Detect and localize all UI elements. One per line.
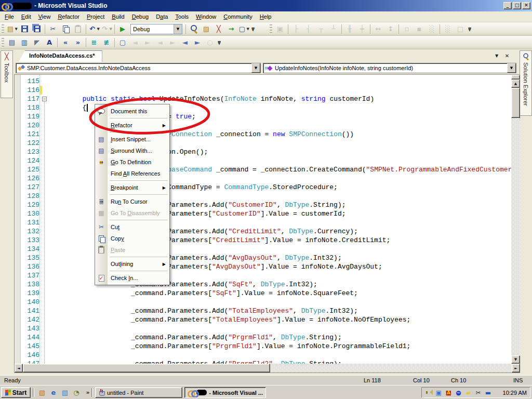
find-in-files-button[interactable] [188, 23, 200, 35]
dialer-icon[interactable]: ●~ [455, 389, 462, 396]
command-window-button[interactable]: ▢▼ [238, 23, 249, 35]
dropdown-arrow-icon[interactable]: ▼ [97, 27, 100, 31]
members-combo-dropdown-button[interactable]: ▼ [507, 63, 516, 73]
menubar-item-data[interactable]: Data [152, 12, 171, 21]
indicator-margin[interactable] [15, 75, 21, 364]
solution-configurations-combo[interactable]: Debug▼ [130, 24, 182, 34]
increase-indent-button[interactable]: » [72, 37, 84, 48]
menubar-item-build[interactable]: Build [108, 12, 128, 21]
vertical-scroll-track[interactable] [511, 88, 520, 355]
dropdown-arrow-icon[interactable]: ▼ [15, 27, 18, 31]
maximize-button[interactable]: □ [513, 2, 521, 9]
types-combo-dropdown-button[interactable]: ▼ [251, 63, 260, 73]
menubar-item-file[interactable]: File [1, 12, 18, 21]
split-handle[interactable] [511, 75, 520, 79]
menubar-item-project[interactable]: Project [83, 12, 108, 21]
horizontal-scrollbar[interactable]: ◄ ► [15, 364, 520, 373]
scroll-up-button[interactable]: ▲ [511, 79, 520, 88]
start-button[interactable]: Start [1, 387, 31, 398]
volume-icon[interactable] [425, 389, 433, 396]
collapse-region-button[interactable]: − [42, 97, 47, 101]
taskbar-button-visual-studio[interactable]: - Microsoft Visual ... [184, 387, 266, 398]
display-object-member-list-button[interactable]: ▤ [6, 37, 18, 48]
antivirus-icon[interactable]: ■A [445, 389, 453, 396]
decrease-indent-button[interactable]: « [60, 37, 71, 48]
clipboard-tool-icon[interactable]: ✂ [474, 389, 482, 396]
close-button[interactable]: ✕ [522, 2, 530, 9]
scroll-left-button[interactable]: ◄ [15, 364, 23, 373]
menu-item-icon-slot: ✂ [95, 223, 108, 231]
previous-bookmark-in-document-button[interactable]: ◄ [179, 37, 191, 48]
types-combo[interactable]: SMP.Customer.DataAccess.InfoNoteDataAcce… [16, 63, 261, 73]
show-desktop-icon[interactable]: ▧ [37, 388, 47, 397]
scroll-right-button[interactable]: ► [512, 364, 520, 373]
toolbox-side-tab[interactable]: ╳ Toolbox [1, 50, 13, 98]
menubar-item-help[interactable]: Help [256, 12, 275, 21]
save-all-button[interactable] [31, 23, 43, 35]
document-list-dropdown-button[interactable]: ▼ [493, 52, 501, 60]
context-menu-item-outlining[interactable]: Outlining▶ [95, 258, 169, 270]
context-menu-item-insert-snippet[interactable]: ▤Insert Snippet... [95, 134, 169, 145]
toolbar-options-button[interactable]: ▬▼ [216, 37, 222, 48]
outlook-express-icon[interactable]: ▧ [60, 388, 70, 397]
comment-selection-button[interactable]: ≡ [88, 37, 100, 48]
toolbox-button[interactable]: ╳ [213, 23, 224, 35]
dropdown-arrow-icon[interactable]: ▼ [247, 27, 249, 31]
horizontal-scroll-thumb[interactable] [23, 364, 270, 373]
context-menu-item-cut[interactable]: ✂Cut [95, 221, 169, 233]
code-editor[interactable]: 115116117 public static bool UpdateInfoN… [15, 75, 511, 364]
notes-icon[interactable]: ▰ [464, 389, 472, 396]
dropdown-arrow-icon[interactable]: ▼ [110, 27, 112, 31]
context-menu-item-refactor[interactable]: Refactor▶ [95, 119, 169, 131]
menubar-item-window[interactable]: Window [192, 12, 220, 21]
scheduler-icon[interactable]: ◔ [72, 388, 81, 397]
display-quick-info-button[interactable]: ◤ [31, 37, 43, 48]
text-editor-toolbar: ▤▥◤A«»≡≢▢◄►◄►◄►○▬▼ [6, 37, 222, 48]
network-icon[interactable]: ▣ [435, 389, 443, 396]
context-menu-item-check-in[interactable]: Check In... [95, 272, 169, 284]
toolbar-grip[interactable] [2, 38, 4, 47]
members-combo[interactable]: UpdateInfoNotes(InfoNote infoNote, strin… [263, 63, 516, 73]
context-menu-item-document-this[interactable]: Document this [95, 105, 169, 117]
menubar-item-edit[interactable]: Edit [18, 12, 35, 21]
next-bookmark-in-document-button[interactable]: ► [192, 37, 203, 48]
toolbar-grip[interactable] [270, 24, 272, 34]
toggle-bookmark-button[interactable]: ▢ [117, 37, 128, 48]
solution-explorer-side-tab[interactable]: Solution Explorer [520, 50, 532, 116]
menubar-item-tools[interactable]: Tools [171, 12, 192, 21]
toolbar-options-button[interactable]: ▬▼ [467, 23, 473, 35]
toolbar-grip[interactable] [2, 24, 4, 34]
taskbar-button-paint[interactable]: untitled - Paint [95, 387, 182, 398]
display-parameter-info-button[interactable]: ▥ [19, 37, 30, 48]
minimize-button[interactable]: _ [503, 2, 512, 9]
vertical-scrollbar[interactable]: ▲ ▼ [511, 75, 520, 364]
display-word-completion-button[interactable]: A [44, 37, 55, 48]
context-menu-item-breakpoint[interactable]: Breakpoint▶ [95, 182, 169, 193]
configuration-dropdown-button[interactable]: ▼ [174, 24, 182, 34]
start-page-button[interactable]: → [225, 23, 237, 35]
document-tab[interactable]: InfoNoteDataAccess.cs* [19, 50, 102, 62]
removable-device-icon[interactable]: ▬ [484, 389, 492, 396]
context-menu-item-find-all-references[interactable]: Find All References [95, 168, 169, 179]
context-menu-item-run-to-cursor[interactable]: ≣→Run To Cursor [95, 196, 169, 207]
cut-button[interactable]: ✂ [47, 23, 59, 35]
close-document-button[interactable]: ✕ [503, 52, 511, 60]
context-menu-item-surround-with[interactable]: ▤Surround With... [95, 145, 169, 156]
menubar-item-refactor[interactable]: Refactor [54, 12, 83, 21]
toolbar-options-button[interactable]: ▬▼ [250, 23, 256, 35]
context-menu-item-go-to-definition[interactable]: ▪→Go To Definition [95, 156, 169, 168]
menubar-item-view[interactable]: View [35, 12, 55, 21]
add-new-item-button[interactable]: ▤▼ [6, 23, 18, 35]
vertical-scroll-thumb[interactable] [511, 88, 520, 118]
context-menu-item-copy[interactable]: Copy [95, 233, 169, 244]
solution-explorer-button[interactable]: ▨ [201, 23, 212, 35]
save-button[interactable] [19, 23, 30, 35]
menubar-item-debug[interactable]: Debug [128, 12, 152, 21]
undo-button[interactable]: ↶▼ [88, 23, 100, 35]
menubar-item-community[interactable]: Community [220, 12, 256, 21]
uncomment-selection-button[interactable]: ≢ [101, 37, 112, 48]
copy-button[interactable] [60, 23, 71, 35]
scroll-down-button[interactable]: ▼ [511, 355, 520, 364]
internet-explorer-icon[interactable]: e [49, 388, 58, 397]
start-debug-button[interactable]: ▶ [117, 23, 128, 35]
